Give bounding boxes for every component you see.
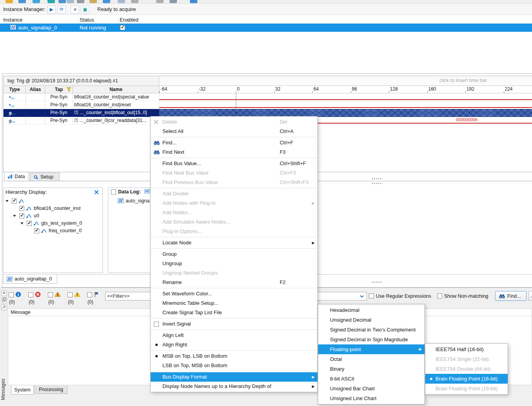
toolbar-icon[interactable] — [89, 0, 97, 3]
toolbar-icon[interactable] — [77, 0, 84, 3]
menu-item[interactable]: Invert Signal — [151, 319, 317, 329]
toolbar-icon[interactable] — [118, 0, 125, 3]
menu-item[interactable]: Create Signal Tap List File — [151, 308, 317, 317]
signal-name-cell[interactable]: bfloat16_counter_inst|reset — [73, 101, 159, 109]
autorun-analysis-button[interactable]: ⟳ — [57, 5, 66, 14]
expander-icon[interactable] — [5, 200, 9, 202]
waveform-cell[interactable] — [159, 101, 532, 109]
toolbar-icon[interactable] — [67, 0, 74, 3]
menu-item[interactable]: Mnemonic Table Setup... — [151, 299, 317, 308]
menu-item[interactable]: LSB on Top, MSB on Bottom — [151, 361, 317, 370]
menu-item[interactable]: Group — [151, 249, 317, 259]
node-checkbox[interactable] — [27, 221, 32, 226]
menu-item[interactable]: Floating-point▶ — [318, 344, 425, 354]
menu-item[interactable]: Signed Decimal in Sign Magnitude — [318, 335, 425, 344]
run-analysis-button[interactable]: ▶ — [47, 5, 56, 14]
expand-icon[interactable]: + — [75, 118, 78, 122]
menu-item[interactable]: Find NextF3 — [151, 147, 317, 157]
menu-item[interactable]: Add Nodes... — [151, 208, 317, 217]
toolbar-icon[interactable] — [190, 0, 197, 3]
tab-setup[interactable]: Setup — [30, 173, 60, 181]
node-checkbox[interactable] — [12, 198, 17, 204]
datalog-checkbox[interactable] — [111, 189, 116, 195]
tab-data[interactable]: Data — [4, 172, 29, 181]
filter-icon[interactable] — [66, 87, 71, 92]
toolbar-icon[interactable] — [156, 0, 164, 3]
severity-checkbox[interactable] — [9, 292, 14, 297]
menu-item[interactable]: Display Node Names up to a Hierarchy Dep… — [151, 382, 317, 391]
node-checkbox[interactable] — [19, 206, 24, 211]
menu-item[interactable]: Align Left — [151, 331, 317, 340]
menu-item[interactable]: DeleteDel — [151, 117, 317, 127]
signal-row[interactable]: *Pre-Synbfloat16_counter_inst|special_va… — [4, 93, 532, 101]
detach-icon[interactable] — [1, 297, 7, 303]
menu-item[interactable]: Ungroup — [151, 259, 317, 268]
tree-node[interactable]: gts_test_system_0 — [4, 220, 102, 227]
column-header-name[interactable]: Name — [73, 86, 159, 93]
node-checkbox[interactable] — [19, 213, 24, 218]
signal-name-cell[interactable]: bfloat16_counter_inst|special_value — [73, 93, 159, 101]
expand-icon[interactable]: + — [75, 111, 78, 114]
menu-item[interactable]: Find Bus Value...Ctrl+Shift+F — [151, 159, 317, 168]
read-data-button[interactable]: ▣ — [81, 5, 89, 14]
stop-analysis-button[interactable]: ■ — [71, 5, 79, 14]
menu-item[interactable]: Select AllCtrl+A — [151, 127, 317, 136]
signal-name-cell[interactable]: +..._counter_0|csr_readdata[31... — [73, 117, 159, 125]
severity-checkbox[interactable] — [67, 292, 73, 297]
menu-item[interactable]: Locate Node▶ — [151, 238, 317, 248]
waveform-cell[interactable] — [159, 109, 532, 117]
menu-item[interactable]: Binary — [318, 364, 425, 374]
tree-node[interactable]: bfloat16_counter_inst — [4, 205, 102, 212]
menu-item[interactable]: Find Next Bus ValueCtrl+F3 — [151, 168, 317, 178]
menu-item[interactable]: Find...Ctrl+F — [151, 138, 317, 147]
menu-item[interactable]: Unsigned Line Chart — [318, 393, 425, 403]
timebar[interactable]: click to insert time bar — [159, 76, 532, 86]
column-header-type[interactable]: Type — [4, 86, 26, 93]
menu-item[interactable]: Brain Floating Point (16-bit) — [425, 374, 508, 384]
menu-item[interactable]: Align Right — [151, 340, 317, 350]
tab-processing[interactable]: Processing — [35, 386, 67, 394]
menu-item[interactable]: Brain Floating Point (19-bit) — [425, 384, 508, 393]
column-header-alias[interactable]: Alias — [26, 86, 45, 93]
menu-item[interactable]: Find Previous Bus ValueCtrl+Shift+F3 — [151, 178, 317, 187]
find-button[interactable]: Find... — [495, 291, 527, 301]
menu-item[interactable]: Signed Decimal in Two's Complement — [318, 325, 425, 335]
toolbar-icon[interactable] — [131, 0, 138, 3]
menu-item[interactable]: 8-bit ASCII — [318, 374, 425, 384]
toolbar-icon[interactable] — [18, 0, 26, 3]
splitter-handle[interactable] — [372, 183, 382, 184]
menu-item[interactable]: Add Divider — [151, 189, 317, 198]
pin-icon[interactable] — [1, 304, 7, 310]
toolbar-icon[interactable] — [169, 0, 177, 3]
edge-find-button[interactable] — [528, 291, 532, 301]
waveform-cell[interactable] — [159, 93, 532, 101]
tree-node[interactable]: u0 — [4, 212, 102, 220]
menu-item[interactable]: Ungroup Nested Groups — [151, 268, 317, 278]
menu-item[interactable]: IEEE754 Single (32-bit) — [425, 354, 508, 364]
menu-item[interactable]: Octal — [318, 354, 425, 364]
instance-enabled-checkbox[interactable] — [120, 25, 125, 30]
tree-node[interactable] — [4, 197, 102, 205]
menu-item[interactable]: Add Simulator Aware Nodes... — [151, 217, 317, 227]
menu-item[interactable]: Hexadecimal — [318, 305, 425, 315]
instance-tab[interactable]: auto_signaltap_0 — [3, 275, 57, 284]
menu-item[interactable]: IEEE754 Double (64-bit) — [425, 364, 508, 374]
timeline-header[interactable]: -64-320326496128160192224 — [159, 86, 532, 93]
tab-system[interactable]: System — [11, 386, 34, 395]
signal-name-cell[interactable]: +..._counter_inst|bfloat_out[15..0] — [73, 109, 159, 117]
toolbar-icon[interactable] — [33, 0, 40, 3]
splitter-handle[interactable] — [372, 178, 382, 179]
tree-node[interactable]: freq_counter_0 — [4, 227, 102, 235]
close-icon[interactable] — [94, 190, 99, 195]
column-header-tap[interactable]: Tap — [45, 86, 73, 93]
close-icon[interactable]: ✕ — [1, 290, 7, 296]
menu-item[interactable]: RenameF2 — [151, 278, 317, 287]
node-checkbox[interactable] — [34, 228, 39, 233]
menu-item[interactable]: Bus Display Format▶ — [151, 372, 317, 382]
menu-item[interactable]: Unsigned Decimal — [318, 315, 425, 325]
toolbar-icon[interactable] — [58, 0, 66, 3]
expander-icon[interactable] — [20, 222, 24, 224]
severity-checkbox[interactable] — [48, 292, 53, 297]
regex-checkbox[interactable] — [369, 293, 374, 299]
splitter-handle[interactable] — [372, 282, 382, 283]
